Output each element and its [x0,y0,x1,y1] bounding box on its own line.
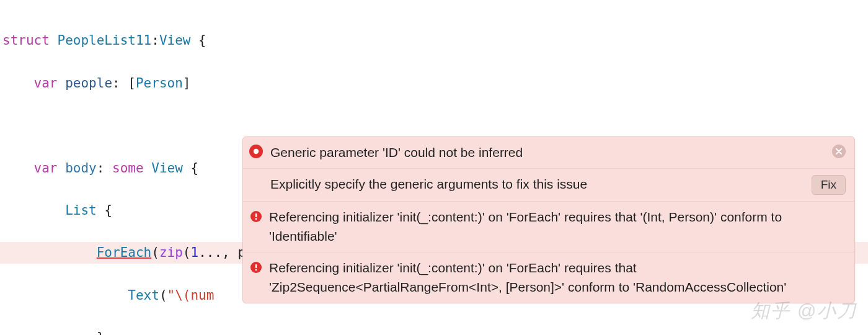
svg-rect-6 [255,264,257,268]
code-line: struct PeopleList11:View { [0,30,868,51]
error-fixit-message: Explicitly specify the generic arguments… [270,175,804,194]
error-row-secondary: Referencing initializer 'init(_:content:… [243,252,854,303]
error-icon [249,145,263,158]
code-line: } [0,327,868,335]
error-message: Referencing initializer 'init(_:content:… [269,259,846,297]
type-view: View [159,33,191,48]
error-popup: Generic parameter 'ID' could not be infe… [242,136,855,303]
close-button[interactable] [832,145,846,158]
error-row-fixit: Explicitly specify the generic arguments… [243,168,854,201]
type-name: PeopleList11 [58,33,152,48]
keyword-struct: struct [2,33,50,48]
error-row-secondary: Referencing initializer 'init(_:content:… [243,201,854,252]
svg-point-4 [255,218,257,220]
error-icon [250,261,262,272]
svg-rect-3 [255,213,257,217]
svg-point-1 [254,149,259,154]
foreach-call: ForEach [97,245,152,260]
code-line: var people: [Person] [0,73,868,94]
code-line-blank [0,115,868,136]
error-row-primary: Generic parameter 'ID' could not be infe… [243,137,854,168]
close-icon [836,148,842,154]
fix-button[interactable]: Fix [812,175,846,195]
error-icon [250,210,262,221]
error-message: Referencing initializer 'init(_:content:… [269,208,846,246]
svg-point-7 [255,269,257,271]
error-message: Generic parameter 'ID' could not be infe… [270,143,825,162]
